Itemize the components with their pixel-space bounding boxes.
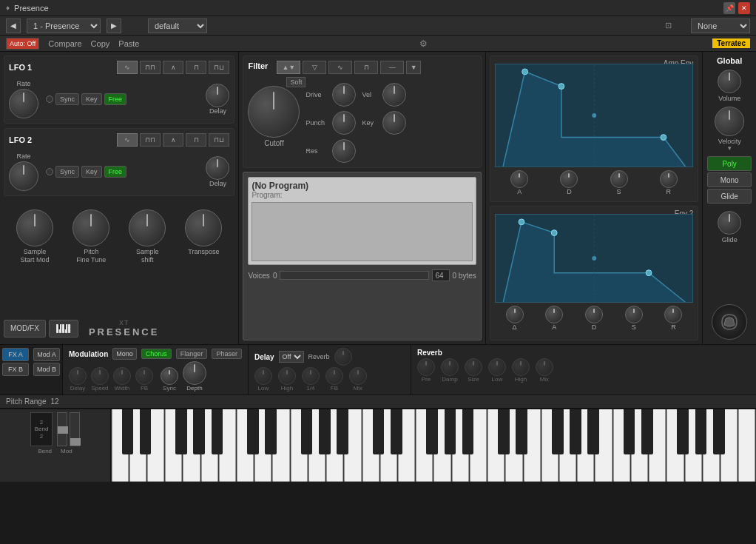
drive-knob[interactable]: [332, 83, 356, 107]
auto-off-button[interactable]: Auto: Off: [6, 38, 39, 50]
delay-fb-knob[interactable]: [325, 367, 343, 385]
glide-mode-button[interactable]: Glide: [707, 189, 752, 204]
pin-button[interactable]: 📌: [723, 2, 735, 14]
chorus-btn[interactable]: Chorus: [141, 349, 172, 359]
reverb-size-knob[interactable]: [465, 358, 482, 376]
lfo2-sync-btn[interactable]: Sync: [55, 166, 79, 178]
lfo2-delay-knob[interactable]: [206, 156, 229, 180]
mono-button[interactable]: Mono: [707, 172, 752, 187]
black-key[interactable]: [265, 409, 277, 454]
mod-depth-knob[interactable]: [183, 361, 206, 385]
black-key[interactable]: [641, 409, 653, 454]
black-key[interactable]: [247, 409, 259, 454]
bend-slider[interactable]: [57, 412, 67, 446]
mod-b-tab[interactable]: Mod B: [33, 363, 60, 376]
pitch-fine-tune-knob[interactable]: [72, 209, 109, 246]
cutoff-knob[interactable]: [248, 86, 300, 138]
reverb-high-knob[interactable]: [512, 358, 530, 376]
env2-a-knob[interactable]: [545, 306, 563, 323]
reverb-pre-knob[interactable]: [417, 358, 435, 376]
reverb-low-knob[interactable]: [488, 358, 506, 376]
black-key[interactable]: [301, 409, 313, 454]
paste-button[interactable]: Paste: [118, 39, 139, 48]
black-key[interactable]: [212, 409, 223, 454]
volume-knob[interactable]: [718, 70, 741, 93]
sample-start-mod-knob[interactable]: [16, 209, 53, 246]
black-key[interactable]: [391, 409, 402, 454]
black-key[interactable]: [193, 409, 205, 454]
vel-mod-knob[interactable]: [382, 83, 406, 107]
black-key[interactable]: [677, 409, 689, 454]
env2-display[interactable]: [495, 214, 694, 303]
delay-low-knob[interactable]: [254, 367, 272, 385]
lfo1-key-btn[interactable]: Key: [81, 93, 102, 105]
lfo2-wave-tri[interactable]: ∧: [163, 133, 183, 147]
preset-selector[interactable]: 1 - Presence: [27, 19, 101, 33]
lfo1-sync-radio[interactable]: [46, 95, 53, 103]
filter-wave-4[interactable]: ⊓: [354, 61, 378, 74]
black-key[interactable]: [587, 409, 599, 454]
preset-nav-left[interactable]: ◀: [6, 19, 21, 33]
fx-a-tab[interactable]: FX A: [2, 348, 29, 361]
velocity-knob[interactable]: [715, 107, 744, 136]
black-key[interactable]: [498, 409, 510, 454]
env2-delta-knob[interactable]: [506, 306, 524, 323]
default-selector[interactable]: default: [148, 19, 207, 33]
black-key[interactable]: [713, 409, 725, 454]
lfo1-sync-btn[interactable]: Sync: [55, 93, 79, 105]
reverb-mix-knob[interactable]: [536, 358, 553, 376]
black-key[interactable]: [462, 409, 474, 454]
mod-fb-knob[interactable]: [135, 367, 153, 385]
modulation-mono-btn[interactable]: Mono: [112, 348, 137, 360]
punch-knob[interactable]: [332, 111, 356, 135]
black-key[interactable]: [426, 409, 438, 454]
filter-wave-5[interactable]: —: [380, 61, 404, 74]
mod-a-tab[interactable]: Mod A: [33, 348, 60, 361]
piano-button[interactable]: [49, 320, 78, 338]
mod-width-knob[interactable]: [113, 367, 131, 385]
black-key[interactable]: [570, 409, 581, 454]
delay-mode-select[interactable]: Off: [279, 351, 304, 363]
mod-speed-knob[interactable]: [91, 367, 109, 385]
lfo1-wave-tri[interactable]: ∧: [163, 61, 183, 74]
black-key[interactable]: [337, 409, 348, 454]
delay-high-knob[interactable]: [278, 367, 296, 385]
lfo2-wave-sine[interactable]: ∿: [117, 133, 138, 147]
lfo1-free-btn[interactable]: Free: [104, 93, 127, 105]
lfo1-wave-random[interactable]: ⊓⊔: [209, 61, 229, 74]
black-key[interactable]: [175, 409, 187, 454]
poly-button[interactable]: Poly: [707, 156, 752, 171]
black-key[interactable]: [552, 409, 564, 454]
mod-delay-knob[interactable]: [69, 367, 87, 385]
env2-d-knob[interactable]: [585, 306, 603, 323]
black-key[interactable]: [445, 409, 456, 454]
lfo2-wave-sq[interactable]: ⊓⊓: [140, 133, 161, 147]
black-key[interactable]: [319, 409, 331, 454]
key-mod-knob[interactable]: [382, 111, 406, 135]
flanger-btn[interactable]: Flanger: [176, 349, 208, 359]
lfo1-delay-knob[interactable]: [206, 84, 229, 107]
black-key[interactable]: [624, 409, 635, 454]
lfo2-wave-pulse[interactable]: ⊓: [186, 133, 206, 147]
modfx-button[interactable]: MOD/FX: [4, 320, 46, 338]
program-list[interactable]: [252, 202, 472, 261]
env2-r-knob[interactable]: [664, 306, 682, 323]
mod-sync-knob[interactable]: [161, 367, 178, 385]
black-key[interactable]: [516, 409, 527, 454]
filter-wave-1[interactable]: ▲▼: [277, 61, 300, 74]
amp-env-display[interactable]: [495, 64, 694, 167]
lfo1-rate-knob[interactable]: [9, 89, 38, 118]
reverb-damp-knob[interactable]: [441, 358, 459, 376]
black-key[interactable]: [695, 409, 707, 454]
transpose-knob[interactable]: [185, 209, 222, 246]
lfo2-key-btn[interactable]: Key: [81, 166, 102, 178]
amp-r-knob[interactable]: [660, 170, 678, 188]
lfo2-sync-radio[interactable]: [46, 168, 53, 175]
none-selector[interactable]: None: [691, 19, 750, 33]
sample-shift-knob[interactable]: [129, 209, 166, 246]
phaser-btn[interactable]: Phaser: [212, 349, 242, 359]
delay-mix-knob[interactable]: [349, 367, 367, 385]
lfo1-wave-pulse[interactable]: ⊓: [186, 61, 206, 74]
res-knob[interactable]: [332, 139, 356, 163]
copy-button[interactable]: Copy: [91, 39, 110, 48]
